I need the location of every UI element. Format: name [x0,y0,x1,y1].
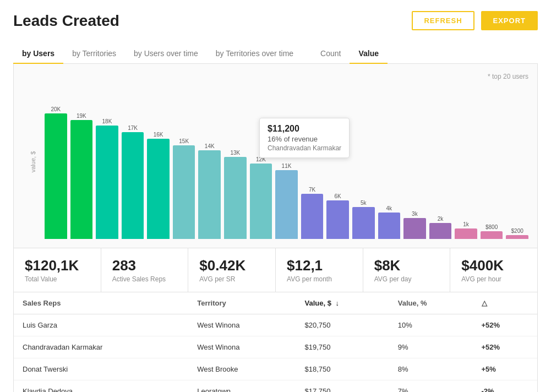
cell-delta: +5% [473,358,538,380]
table-row[interactable]: Chandravadan KarmakarWest Winona$19,7509… [14,336,537,358]
bar-label-0: 20K [51,106,61,112]
bar-16[interactable] [455,228,477,239]
stat-box-0: $120,1KTotal Value [14,248,101,292]
cell-pct: 9% [389,336,473,358]
bar-col-4[interactable]: 16K [147,132,170,239]
cell-value: $17,750 [296,380,389,393]
bar-col-1[interactable]: 19K [70,113,93,239]
stat-value-4: $8K [374,257,439,274]
chart-inner: value, $ 20K19K18K17K16K15K14K13K12K11K7… [23,85,528,239]
bar-4[interactable] [147,139,170,239]
bar-col-11[interactable]: 6K [326,193,349,239]
cell-territory: West Winona [188,336,296,358]
table-row[interactable]: Donat TwerskiWest Brooke$18,7508%+5% [14,358,537,380]
bar-18[interactable] [506,235,528,239]
bar-col-13[interactable]: 4k [378,205,401,239]
col-sales-reps[interactable]: Sales Reps [14,292,188,314]
bar-col-17[interactable]: $800 [481,224,503,239]
cell-pct: 7% [389,380,473,393]
bar-15[interactable] [429,223,452,239]
stat-label-0: Total Value [25,275,90,283]
bar-col-8[interactable]: 12K [250,156,272,239]
right-tab-group: Count Value [312,43,388,63]
bar-label-16: 1k [463,221,469,227]
bars-wrapper: 20K19K18K17K16K15K14K13K12K11K7K6K5k4k3k… [45,85,528,239]
bar-3[interactable] [122,132,144,239]
chart-note: * top 20 users [23,73,528,80]
bar-col-7[interactable]: 13K [224,150,247,239]
col-value-dollar[interactable]: Value, $ ↓ [296,292,389,314]
tab-by-territories-over-time[interactable]: by Territories over time [207,43,302,63]
bar-13[interactable] [378,213,401,239]
bar-label-5: 15K [179,138,189,144]
bar-11[interactable] [326,200,349,239]
cell-pct: 8% [389,358,473,380]
table-row[interactable]: Klavdia DedovaLeoratown$17,7507%-2% [14,380,537,393]
bar-label-10: 7K [309,187,315,193]
col-value-pct[interactable]: Value, % [389,292,473,314]
cell-delta: -2% [473,380,538,393]
bar-8[interactable] [250,164,272,239]
bar-5[interactable] [173,145,195,239]
bar-label-3: 17K [128,125,138,131]
tooltip-value: $11,200 [268,124,341,134]
stat-value-1: 283 [112,257,177,274]
bar-label-11: 6K [335,193,341,199]
cell-value: $19,750 [296,336,389,358]
bar-label-4: 16K [154,132,163,138]
bar-col-0[interactable]: 20K [45,106,67,239]
bar-col-6[interactable]: 14K [198,143,221,239]
stat-box-1: 283Active Sales Reps [101,248,189,292]
bar-col-10[interactable]: 7K [301,187,324,239]
refresh-button[interactable]: REFRESH [412,11,474,30]
stat-box-5: $400KAVG per hour [450,248,537,292]
bar-0[interactable] [45,113,67,239]
chart-container: * top 20 users value, $ 20K19K18K17K16K1… [13,64,538,248]
bar-9[interactable] [275,170,298,239]
cell-name: Klavdia Dedova [14,380,188,393]
bar-10[interactable] [301,194,324,239]
cell-delta: +52% [473,314,538,336]
bar-1[interactable] [70,120,93,239]
export-button[interactable]: EXPORT [481,11,538,30]
bar-col-12[interactable]: 5k [352,200,375,239]
bar-col-3[interactable]: 17K [122,125,144,239]
cell-pct: 10% [389,314,473,336]
stat-value-5: $400K [461,257,526,274]
tab-value[interactable]: Value [350,43,388,63]
bar-col-16[interactable]: 1k [455,221,477,239]
page-title: Leads Created [13,12,119,30]
tab-count[interactable]: Count [312,43,350,63]
bar-col-18[interactable]: $200 [506,228,528,239]
bar-label-14: 3k [412,211,418,217]
stat-label-1: Active Sales Reps [112,275,177,283]
table-row[interactable]: Luis GarzaWest Winona$20,75010%+52% [14,314,537,336]
bar-6[interactable] [198,150,221,239]
sort-icon: ↓ [336,299,340,307]
bar-label-18: $200 [511,228,523,234]
col-territory[interactable]: Territory [188,292,296,314]
bar-17[interactable] [481,231,503,239]
tab-by-territories[interactable]: by Territories [63,43,125,63]
tab-by-users-over-time[interactable]: by Users over time [125,43,207,63]
cell-name: Chandravadan Karmakar [14,336,188,358]
bar-col-2[interactable]: 18K [96,118,118,239]
bar-14[interactable] [403,218,426,239]
bar-2[interactable] [96,126,118,239]
stat-box-4: $8KAVG per day [363,248,451,292]
bar-col-14[interactable]: 3k [403,211,426,239]
table-header-row: Sales Reps Territory Value, $ ↓ Value, %… [14,292,537,314]
bar-label-12: 5k [361,200,367,206]
col-delta[interactable]: △ [473,292,538,314]
cell-name: Donat Twerski [14,358,188,380]
bar-col-5[interactable]: 15K [173,138,195,239]
cell-territory: West Brooke [188,358,296,380]
stats-row: $120,1KTotal Value283Active Sales Reps$0… [13,248,538,292]
bar-7[interactable] [224,157,247,239]
tab-by-users[interactable]: by Users [13,43,63,63]
bar-12[interactable] [352,207,375,239]
stat-value-2: $0.42K [199,257,264,274]
bar-col-9[interactable]: 11K [275,163,298,239]
bar-col-15[interactable]: 2k [429,216,452,239]
cell-name: Luis Garza [14,314,188,336]
